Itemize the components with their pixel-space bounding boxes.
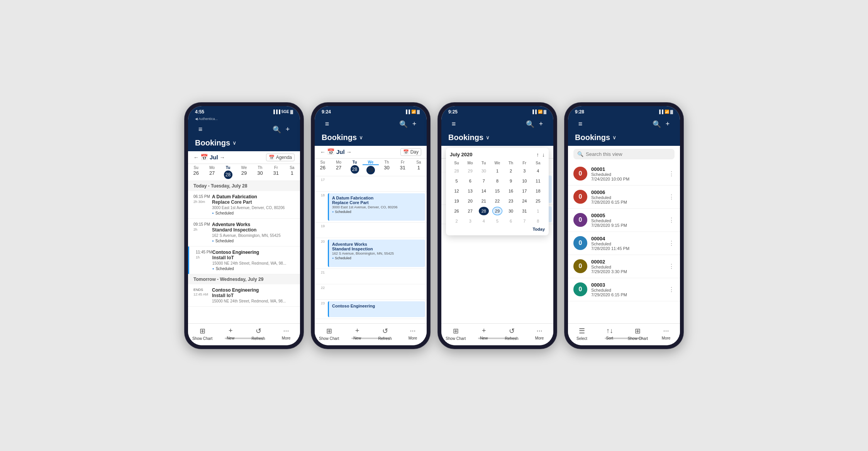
cal-icon-2: 📅 xyxy=(327,148,335,155)
agenda-item-3[interactable]: 11:45 PM1h Contoso Engineering Install I… xyxy=(188,247,300,274)
app-title-2: Bookings xyxy=(322,133,357,142)
more-btn-3[interactable]: ··· More xyxy=(530,327,549,341)
list-item-00005[interactable]: 0 00005 Scheduled 7/28/2020 9:15 PM ⋮ xyxy=(568,209,680,232)
bottom-toolbar-3: ⊞ Show Chart + New ↺ Refresh ··· More xyxy=(441,323,553,345)
add-icon-1[interactable]: + xyxy=(282,125,293,133)
agenda-item-4[interactable]: ENDS12:45 AM Contoso Engineering Install… xyxy=(188,284,300,307)
cal-nav-1: ← 📅 Jul → 📅Agenda xyxy=(188,151,300,164)
popup-prev-3[interactable]: ↑ xyxy=(536,152,539,158)
search-input-4[interactable] xyxy=(586,151,671,157)
more-btn-2[interactable]: ··· More xyxy=(403,327,422,341)
event-card-2[interactable]: Adventure Works Standard Inspection 162 … xyxy=(328,240,425,267)
cal-today-29[interactable]: 29 xyxy=(492,207,502,215)
list-item-00003[interactable]: 0 00003 Scheduled 7/29/2020 6:15 PM ⋮ xyxy=(568,278,680,301)
more-label-1: More xyxy=(282,336,291,340)
calendar-popup-3[interactable]: July 2020 ↑ ↓ SuMoTu WeThFrSa 282930 123… xyxy=(446,148,549,235)
cal-selected-28[interactable]: 28 xyxy=(479,207,489,215)
show-chart-icon-3: ⊞ xyxy=(453,327,459,335)
month-label-1: Jul xyxy=(210,154,218,160)
nav-bar-1: ≡ 🔍 + xyxy=(188,122,300,137)
sort-icon-4: ↑↓ xyxy=(606,327,613,335)
status-bar-2: 9:24 ▐▐ 📶▓ xyxy=(315,106,427,117)
prev-month-1[interactable]: ← xyxy=(193,154,199,160)
home-indicator-1 xyxy=(225,338,263,339)
agenda-content-1[interactable]: Today - Tuesday, July 28 06:15 PM2h 30m … xyxy=(188,181,300,323)
more-icon-4: ··· xyxy=(663,327,669,335)
show-chart-btn-3[interactable]: ⊞ Show Chart xyxy=(446,327,466,341)
list-item-00006[interactable]: 0 00006 Scheduled 7/28/2020 6:15 PM ⋮ xyxy=(568,186,680,209)
chevron-icon-1[interactable]: ∨ xyxy=(232,140,236,146)
search-bar-4[interactable]: 🔍 xyxy=(573,149,675,159)
chevron-icon-4[interactable]: ∨ xyxy=(612,134,616,140)
popup-next-3[interactable]: ↓ xyxy=(542,152,545,158)
day-col-we-2[interactable]: We29 xyxy=(363,160,378,174)
add-icon-3[interactable]: + xyxy=(536,120,546,128)
today-btn-3[interactable]: Today xyxy=(450,227,545,231)
time-1: 4:55 xyxy=(195,109,204,115)
item-more-00005[interactable]: ⋮ xyxy=(668,216,675,224)
view-toggle-2[interactable]: 📅Day xyxy=(400,148,421,156)
select-label-4: Select xyxy=(576,336,587,341)
item-more-00002[interactable]: ⋮ xyxy=(668,263,675,270)
title-bar-4: Bookings ∨ xyxy=(568,132,680,146)
item-content-00001: 00001 Scheduled 7/24/2020 10:00 PM xyxy=(591,166,665,181)
agenda-item-1[interactable]: 06:15 PM2h 30m A Datum Fabrication Repla… xyxy=(188,191,300,219)
status-bar-1: 4:55 ▐▐▐ 5GE▓ xyxy=(188,106,300,117)
more-btn-4[interactable]: ··· More xyxy=(656,327,676,341)
time-4: 9:28 xyxy=(575,109,584,115)
search-icon-4[interactable]: 🔍 xyxy=(651,120,662,128)
event-card-1[interactable]: A Datum Fabrication Replace Core Part 30… xyxy=(328,193,425,221)
item-more-00003[interactable]: ⋮ xyxy=(668,286,675,293)
day-col-tu-1[interactable]: Tu28 xyxy=(220,166,236,179)
item-more-00004[interactable]: ⋮ xyxy=(668,240,675,247)
hamburger-icon-1[interactable]: ≡ xyxy=(195,125,206,133)
item-content-00005: 00005 Scheduled 7/28/2020 9:15 PM xyxy=(591,213,665,228)
chevron-icon-3[interactable]: ∨ xyxy=(486,134,490,140)
item-more-00006[interactable]: ⋮ xyxy=(668,193,675,201)
more-btn-1[interactable]: ··· More xyxy=(276,327,296,341)
date-label-tomorrow-1: Tomorrow - Wednesday, July 29 xyxy=(188,274,300,284)
hamburger-icon-3[interactable]: ≡ xyxy=(448,120,459,128)
hamburger-icon-2[interactable]: ≡ xyxy=(322,120,332,128)
show-chart-label-1: Show Chart xyxy=(192,336,212,341)
add-icon-4[interactable]: + xyxy=(662,120,673,128)
day-col-th-2: Th30 xyxy=(379,160,395,174)
show-chart-btn-2[interactable]: ⊞ Show Chart xyxy=(319,327,339,341)
event-card-3[interactable]: Contoso Engineering xyxy=(328,301,425,317)
view-toggle-1[interactable]: 📅Agenda xyxy=(266,154,295,161)
list-content-4[interactable]: 0 00001 Scheduled 7/24/2020 10:00 PM ⋮ 0… xyxy=(568,162,680,323)
day-col-sa-1: Sa1 xyxy=(284,166,300,179)
day-col-we-1: We29 xyxy=(236,166,252,179)
phone-3: 9:25 ▐▐ 📶▓ ≡ 🔍 + Bookings ∨ ← 📅 Jul xyxy=(437,102,557,349)
day-view-content-2[interactable]: 17 18 A Datum Fabrication Replace Core P… xyxy=(315,176,427,323)
select-btn-4[interactable]: ☰ Select xyxy=(572,327,592,341)
home-indicator-2 xyxy=(351,338,390,339)
prev-month-2[interactable]: ← xyxy=(320,149,326,155)
search-icon-2[interactable]: 🔍 xyxy=(398,120,409,128)
agenda-item-2[interactable]: 09:15 PM2h Adventure Works Standard Insp… xyxy=(188,219,300,247)
search-icon-1[interactable]: 🔍 xyxy=(271,125,282,134)
list-item-00002[interactable]: 0 00002 Scheduled 7/29/2020 3:30 PM ⋮ xyxy=(568,255,680,278)
title-bar-1: Bookings ∨ xyxy=(188,137,300,151)
item-content-00003: 00003 Scheduled 7/29/2020 6:15 PM xyxy=(591,282,665,297)
item-more-00001[interactable]: ⋮ xyxy=(668,170,675,177)
refresh-icon-3: ↺ xyxy=(509,327,515,335)
hamburger-icon-4[interactable]: ≡ xyxy=(575,120,586,128)
item-content-00006: 00006 Scheduled 7/28/2020 6:15 PM xyxy=(591,189,665,204)
list-item-00004[interactable]: 0 00004 Scheduled 7/28/2020 11:45 PM ⋮ xyxy=(568,232,680,255)
next-month-1[interactable]: → xyxy=(220,154,225,160)
cal-icon-1: 📅 xyxy=(200,154,208,161)
bottom-toolbar-1: ⊞ Show Chart + New ↺ Refresh ··· More xyxy=(188,323,300,345)
time-row-23: 23 Contoso Engineering xyxy=(315,300,427,319)
search-icon-4b: 🔍 xyxy=(577,151,583,157)
time-3: 9:25 xyxy=(448,109,458,115)
status-bar-4: 9:28 ▐▐ 📶▓ xyxy=(568,106,680,117)
search-icon-3[interactable]: 🔍 xyxy=(525,120,536,128)
show-chart-btn-1[interactable]: ⊞ Show Chart xyxy=(192,327,212,341)
add-icon-2[interactable]: + xyxy=(409,120,420,128)
list-item-00001[interactable]: 0 00001 Scheduled 7/24/2020 10:00 PM ⋮ xyxy=(568,162,680,186)
chevron-icon-2[interactable]: ∨ xyxy=(359,134,363,140)
signal-4: ▐▐ 📶▓ xyxy=(658,110,673,114)
next-month-2[interactable]: → xyxy=(346,149,352,155)
day-col-tu-2[interactable]: Tu28 xyxy=(347,160,363,174)
